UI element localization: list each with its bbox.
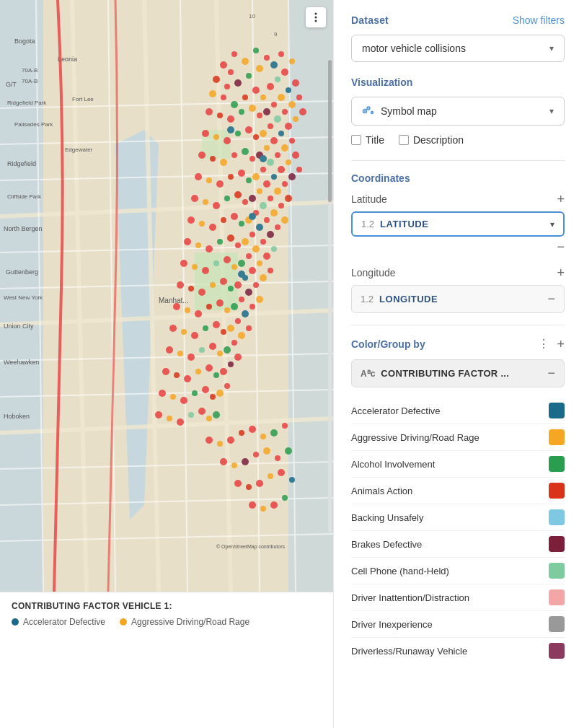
svg-point-153 bbox=[270, 209, 278, 216]
svg-point-61 bbox=[242, 95, 248, 100]
legend-title: CONTRIBUTING FACTOR VEHICLE 1: bbox=[12, 601, 322, 611]
legend-item: Aggressive Driving/Road Rage bbox=[120, 617, 249, 627]
svg-point-104 bbox=[195, 173, 202, 180]
map-scrollbar[interactable] bbox=[328, 59, 332, 532]
svg-point-46 bbox=[231, 51, 237, 57]
color-swatch[interactable] bbox=[549, 403, 565, 418]
svg-point-86 bbox=[268, 123, 273, 129]
svg-text:Ridgefield Park: Ridgefield Park bbox=[7, 100, 47, 106]
svg-point-204 bbox=[166, 346, 173, 354]
svg-point-257 bbox=[278, 469, 285, 476]
title-checkbox[interactable] bbox=[351, 135, 361, 145]
svg-point-273 bbox=[368, 108, 369, 109]
svg-point-178 bbox=[257, 260, 262, 266]
svg-point-199 bbox=[227, 325, 234, 332]
visualization-section: Visualization Symbol map ▾ Title bbox=[351, 76, 565, 146]
svg-point-156 bbox=[180, 260, 187, 267]
svg-point-224 bbox=[170, 394, 176, 400]
svg-point-151 bbox=[256, 224, 263, 231]
contributing-factor-field[interactable]: Aᴮc CONTRIBUTING FACTOR ... − bbox=[351, 359, 565, 387]
svg-point-143 bbox=[184, 238, 191, 245]
svg-point-108 bbox=[238, 170, 245, 177]
abc-icon: Aᴮc bbox=[361, 369, 375, 379]
svg-point-211 bbox=[231, 340, 237, 346]
svg-point-246 bbox=[220, 458, 227, 465]
latitude-field-right: ▾ bbox=[550, 219, 554, 229]
svg-point-228 bbox=[210, 394, 216, 400]
svg-point-263 bbox=[227, 126, 234, 133]
color-swatch[interactable] bbox=[549, 536, 565, 552]
svg-point-150 bbox=[249, 232, 255, 237]
color-swatch[interactable] bbox=[549, 456, 565, 472]
svg-point-180 bbox=[271, 246, 277, 252]
svg-point-66 bbox=[281, 69, 288, 76]
latitude-remove-button[interactable]: − bbox=[557, 240, 565, 255]
color-swatch[interactable] bbox=[549, 483, 565, 499]
svg-point-186 bbox=[224, 307, 230, 313]
dataset-dropdown-arrow: ▾ bbox=[549, 43, 554, 53]
dataset-label: Dataset bbox=[351, 14, 389, 26]
color-swatch[interactable] bbox=[549, 643, 565, 659]
description-checkbox-item[interactable]: Description bbox=[399, 134, 464, 146]
color-swatch[interactable] bbox=[549, 429, 565, 445]
map-options-button[interactable] bbox=[306, 7, 326, 27]
legend-item: Accelerator Defective bbox=[12, 617, 105, 627]
divider-1 bbox=[351, 160, 565, 161]
longitude-add-button[interactable]: + bbox=[557, 266, 565, 279]
longitude-remove-button[interactable]: − bbox=[547, 291, 555, 307]
svg-point-195 bbox=[191, 332, 198, 339]
longitude-field-left: 1.2 LONGITUDE bbox=[361, 294, 438, 304]
viz-value: Symbol map bbox=[381, 105, 437, 117]
svg-point-258 bbox=[289, 477, 295, 483]
svg-point-202 bbox=[249, 304, 255, 310]
color-list-item: Aggressive Driving/Road Rage bbox=[351, 424, 565, 451]
color-list-item: Driver Inattention/Distraction bbox=[351, 584, 565, 611]
latitude-dropdown-arrow[interactable]: ▾ bbox=[550, 219, 554, 229]
title-checkbox-label: Title bbox=[366, 134, 384, 146]
title-checkbox-item[interactable]: Title bbox=[351, 134, 384, 146]
dataset-dropdown[interactable]: motor vehicle collisions ▾ bbox=[351, 35, 565, 62]
color-swatch[interactable] bbox=[549, 589, 565, 605]
visualization-dropdown[interactable]: Symbol map ▾ bbox=[351, 97, 565, 126]
svg-point-144 bbox=[195, 242, 201, 248]
svg-point-91 bbox=[198, 152, 205, 159]
color-group-add-button[interactable]: + bbox=[557, 338, 565, 351]
svg-text:Hoboken: Hoboken bbox=[4, 413, 30, 420]
svg-point-53 bbox=[246, 73, 252, 79]
show-filters-link[interactable]: Show filters bbox=[513, 14, 565, 26]
viz-dropdown-arrow: ▾ bbox=[549, 106, 554, 116]
latitude-field[interactable]: 1.2 LATITUDE ▾ bbox=[351, 211, 565, 237]
color-swatch[interactable] bbox=[549, 509, 565, 525]
svg-point-241 bbox=[239, 430, 244, 436]
svg-point-137 bbox=[260, 202, 267, 209]
svg-point-251 bbox=[275, 455, 280, 461]
color-swatch[interactable] bbox=[549, 563, 565, 579]
contributing-factor-remove[interactable]: − bbox=[547, 366, 555, 381]
svg-text:Palisades Park: Palisades Park bbox=[14, 121, 53, 128]
svg-point-109 bbox=[246, 177, 252, 183]
latitude-add-button[interactable]: + bbox=[557, 193, 565, 206]
svg-point-162 bbox=[238, 260, 245, 267]
svg-point-99 bbox=[270, 137, 278, 144]
svg-text:Weehawken: Weehawken bbox=[4, 359, 39, 366]
svg-point-89 bbox=[288, 101, 296, 108]
svg-point-232 bbox=[167, 416, 172, 421]
svg-point-197 bbox=[213, 321, 220, 328]
svg-point-47 bbox=[242, 58, 249, 65]
longitude-field[interactable]: 1.2 LONGITUDE − bbox=[351, 285, 565, 313]
color-group-options-button[interactable]: ⋮ bbox=[538, 337, 549, 351]
color-swatch[interactable] bbox=[549, 616, 565, 632]
color-list-item: Cell Phone (hand-Held) bbox=[351, 558, 565, 584]
svg-point-110 bbox=[252, 173, 260, 180]
svg-point-168 bbox=[281, 216, 288, 224]
description-checkbox[interactable] bbox=[399, 135, 409, 145]
svg-point-265 bbox=[249, 213, 256, 220]
svg-point-142 bbox=[296, 167, 302, 172]
svg-point-203 bbox=[256, 296, 263, 303]
color-list-item: Driver Inexperience bbox=[351, 611, 565, 638]
svg-point-235 bbox=[198, 408, 205, 415]
svg-point-165 bbox=[260, 239, 266, 245]
svg-point-101 bbox=[285, 123, 292, 130]
svg-point-239 bbox=[217, 441, 223, 447]
svg-point-102 bbox=[293, 116, 299, 122]
